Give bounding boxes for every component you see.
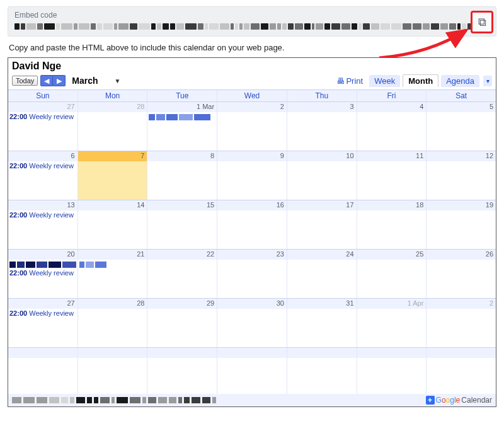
calendar-event[interactable]: 22:00 Weekly review	[9, 269, 76, 277]
day-cell[interactable]	[217, 348, 287, 400]
day-cell[interactable]	[147, 348, 217, 400]
calendar-event[interactable]: 22:00 Weekly review	[9, 162, 76, 170]
date-label: 25	[357, 250, 427, 260]
date-label: 22	[147, 250, 217, 260]
day-cell[interactable]: 3	[287, 102, 357, 151]
day-cell[interactable]: 5	[427, 102, 496, 151]
day-cell[interactable]: 9	[217, 151, 287, 200]
date-label: 27	[8, 102, 77, 112]
date-label: 6	[8, 151, 77, 161]
date-label: 20	[8, 250, 77, 260]
date-label: 28	[78, 102, 147, 112]
today-button[interactable]: Today	[12, 76, 38, 86]
day-cell[interactable]	[357, 348, 427, 400]
day-cell[interactable]: 8	[147, 151, 217, 200]
day-cell[interactable]	[78, 348, 148, 400]
date-label: 2	[427, 299, 496, 309]
date-label: 9	[217, 151, 287, 161]
day-cell[interactable]: 31	[287, 299, 357, 347]
next-month-button[interactable]: ▶	[53, 75, 66, 86]
date-label: 17	[287, 200, 357, 210]
day-cell[interactable]: 16	[217, 200, 287, 249]
date-label: 4	[357, 102, 427, 112]
day-cell[interactable]	[427, 348, 496, 400]
allday-event[interactable]	[9, 261, 76, 268]
copy-embed-button[interactable]: ⧉	[471, 11, 493, 33]
date-label: 10	[287, 151, 357, 161]
day-header: Wed	[217, 90, 287, 101]
day-cell[interactable]: 2022:00 Weekly review	[8, 250, 78, 298]
date-label: 27	[8, 299, 77, 309]
month-dropdown-icon[interactable]: ▼	[115, 78, 121, 84]
day-cell[interactable]: 25	[357, 250, 427, 298]
prev-month-button[interactable]: ◀	[40, 75, 53, 86]
plus-icon: +	[426, 396, 435, 405]
tab-week[interactable]: Week	[369, 75, 400, 87]
current-month-label: March	[72, 76, 98, 86]
date-label: 21	[78, 250, 147, 260]
day-cell[interactable]: 7	[78, 151, 148, 200]
day-cell[interactable]: 24	[287, 250, 357, 298]
date-label: 2	[217, 102, 287, 112]
date-label	[287, 348, 357, 358]
tab-agenda[interactable]: Agenda	[441, 75, 479, 87]
day-cell[interactable]: 18	[357, 200, 427, 249]
copy-icon: ⧉	[478, 16, 486, 28]
day-cell[interactable]: 1 Apr	[357, 299, 427, 347]
date-label	[427, 348, 496, 358]
day-header: Mon	[78, 90, 148, 101]
day-of-week-header: SunMonTueWedThuFriSat	[8, 89, 496, 101]
date-label	[78, 348, 147, 358]
day-cell[interactable]: 23	[217, 250, 287, 298]
allday-event[interactable]	[149, 113, 215, 121]
day-cell[interactable]: 28	[78, 299, 148, 347]
calendar-grid: 2722:00 Weekly review281 Mar2345622:00 W…	[8, 101, 496, 400]
calendar-event[interactable]: 22:00 Weekly review	[9, 211, 76, 219]
day-cell[interactable]: 15	[147, 200, 217, 249]
date-label: 7	[78, 151, 147, 161]
date-label: 26	[427, 250, 496, 260]
day-header: Thu	[287, 90, 357, 101]
day-cell[interactable]: 2722:00 Weekly review	[8, 102, 78, 151]
day-cell[interactable]	[8, 348, 78, 400]
date-label: 18	[357, 200, 427, 210]
day-cell[interactable]: 2722:00 Weekly review	[8, 299, 78, 347]
day-cell[interactable]: 17	[287, 200, 357, 249]
date-label: 1 Mar	[147, 102, 217, 112]
date-label: 15	[147, 200, 217, 210]
day-header: Fri	[357, 90, 427, 101]
google-calendar-badge[interactable]: + Google Calendar	[426, 396, 492, 405]
tab-month[interactable]: Month	[403, 74, 438, 87]
day-cell[interactable]: 4	[357, 102, 427, 151]
date-label	[147, 348, 217, 358]
day-header: Tue	[147, 90, 217, 101]
day-cell[interactable]: 22	[147, 250, 217, 298]
view-options-dropdown[interactable]: ▾	[483, 76, 492, 86]
day-cell[interactable]: 21	[78, 250, 148, 298]
day-cell[interactable]: 19	[427, 200, 496, 249]
calendar-event[interactable]: 22:00 Weekly review	[9, 113, 76, 120]
calendar-event[interactable]: 22:00 Weekly review	[9, 309, 76, 317]
day-cell[interactable]: 1322:00 Weekly review	[8, 200, 78, 249]
day-cell[interactable]: 11	[357, 151, 427, 200]
day-cell[interactable]: 29	[147, 299, 217, 347]
day-cell[interactable]: 10	[287, 151, 357, 200]
day-cell[interactable]: 2	[217, 102, 287, 151]
day-cell[interactable]: 26	[427, 250, 496, 298]
allday-event[interactable]	[79, 261, 146, 268]
day-cell[interactable]: 30	[217, 299, 287, 347]
date-label: 19	[427, 200, 496, 210]
day-cell[interactable]	[287, 348, 357, 400]
day-cell[interactable]: 2	[427, 299, 496, 347]
print-button[interactable]: 🖶 Print	[336, 76, 363, 86]
day-cell[interactable]: 1 Mar	[147, 102, 217, 151]
date-label: 28	[78, 299, 147, 309]
date-label: 12	[427, 151, 496, 161]
embed-code-content[interactable]	[14, 22, 490, 31]
day-cell[interactable]: 14	[78, 200, 148, 249]
date-label: 11	[357, 151, 427, 161]
day-cell[interactable]: 28	[78, 102, 148, 151]
day-cell[interactable]: 12	[427, 151, 496, 200]
day-cell[interactable]: 622:00 Weekly review	[8, 151, 78, 200]
date-label: 1 Apr	[357, 299, 427, 309]
